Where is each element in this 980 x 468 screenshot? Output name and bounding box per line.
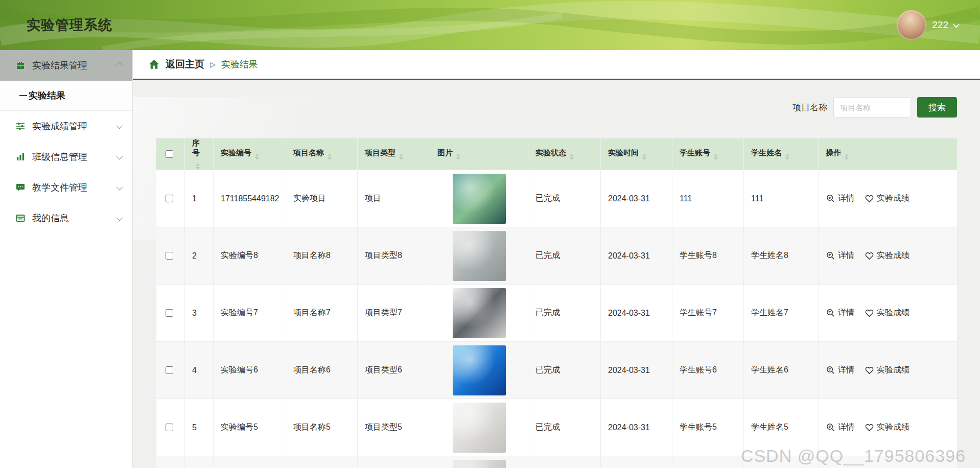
main-content: 返回主页 ▷ 实验结果 项目名称 搜索 序号 bbox=[133, 50, 980, 468]
chevron-down-icon bbox=[116, 183, 123, 190]
sort-icon[interactable] bbox=[845, 154, 849, 160]
col-header-date[interactable]: 实验时间 bbox=[601, 138, 672, 170]
sidebar-item-experiment-score-management[interactable]: 实验成绩管理 bbox=[0, 111, 132, 142]
detail-icon bbox=[826, 308, 835, 318]
sidebar-item-label: 班级信息管理 bbox=[32, 151, 116, 163]
cell-project-name: 项目名称5 bbox=[286, 399, 358, 456]
cell-student-account: 111 bbox=[672, 170, 744, 227]
cell-student-name: 111 bbox=[744, 170, 819, 227]
home-icon[interactable] bbox=[148, 59, 160, 71]
cell-actions: 详情 实验成绩 bbox=[819, 342, 958, 399]
row-checkbox[interactable] bbox=[166, 252, 173, 260]
cell-image bbox=[430, 399, 528, 456]
breadcrumb-separator: ▷ bbox=[210, 60, 216, 68]
col-header-status[interactable]: 实验状态 bbox=[528, 138, 601, 170]
sort-icon[interactable] bbox=[399, 154, 403, 160]
experiment-score-button[interactable]: 实验成绩 bbox=[865, 422, 909, 433]
row-checkbox[interactable] bbox=[166, 366, 173, 374]
sidebar-item-experiment-result-management[interactable]: 实验结果管理 bbox=[0, 50, 132, 81]
sort-icon[interactable] bbox=[785, 154, 789, 160]
col-header-exp-no[interactable]: 实验编号 bbox=[214, 138, 286, 170]
sidebar-item-class-info-management[interactable]: 班级信息管理 bbox=[0, 142, 132, 172]
table-row: 1 1711855449182 实验项目 项目 已完成 2024-03-31 1… bbox=[156, 170, 958, 227]
sort-icon[interactable] bbox=[255, 154, 259, 160]
chevron-down-icon bbox=[953, 21, 960, 28]
col-header-image[interactable]: 图片 bbox=[430, 138, 528, 170]
search-button[interactable]: 搜索 bbox=[917, 97, 957, 118]
cell-date: 2024-03-31 bbox=[601, 399, 672, 456]
cell-index: 1 bbox=[185, 170, 214, 227]
chevron-down-icon bbox=[116, 153, 123, 159]
sliders-icon bbox=[15, 121, 26, 131]
breadcrumb-current-link[interactable]: 实验结果 bbox=[221, 58, 258, 71]
col-header-project-type[interactable]: 项目类型 bbox=[358, 138, 430, 170]
col-header-student-name[interactable]: 学生姓名 bbox=[744, 138, 819, 170]
sidebar-item-my-info[interactable]: 我的信息 bbox=[0, 203, 132, 233]
row-checkbox[interactable] bbox=[166, 195, 173, 202]
user-menu[interactable]: 222 bbox=[897, 10, 959, 40]
sort-icon[interactable] bbox=[196, 163, 200, 170]
sort-icon[interactable] bbox=[328, 154, 332, 160]
app-title: 实验管理系统 bbox=[27, 16, 112, 34]
experiment-image bbox=[453, 460, 506, 468]
table-row: 5 实验编号5 项目名称5 项目类型5 已完成 2024-03-31 学生账号5… bbox=[156, 399, 958, 456]
cell-student-name: 学生姓名6 bbox=[744, 342, 819, 399]
sort-icon[interactable] bbox=[714, 154, 718, 160]
cell-exp-no: 实验编号6 bbox=[214, 342, 286, 399]
sort-icon[interactable] bbox=[570, 154, 574, 160]
col-header-student-account[interactable]: 学生账号 bbox=[672, 138, 744, 170]
cell-project-type: 项目类型6 bbox=[358, 342, 430, 399]
cell-exp-no bbox=[214, 456, 286, 468]
breadcrumb: 返回主页 ▷ 实验结果 bbox=[133, 50, 980, 80]
cell-date bbox=[601, 456, 672, 468]
detail-button[interactable]: 详情 bbox=[826, 193, 854, 204]
experiment-image bbox=[453, 345, 506, 395]
cell-image bbox=[430, 170, 528, 227]
cell-project-type: 项目 bbox=[358, 170, 430, 227]
breadcrumb-home-link[interactable]: 返回主页 bbox=[166, 58, 204, 71]
detail-button[interactable]: 详情 bbox=[826, 422, 854, 433]
heart-icon bbox=[865, 423, 874, 432]
row-checkbox[interactable] bbox=[166, 424, 173, 431]
cell-select bbox=[156, 285, 185, 342]
cell-actions: 详情 实验成绩 bbox=[819, 399, 958, 456]
cell-exp-no: 实验编号5 bbox=[214, 399, 286, 456]
detail-button[interactable]: 详情 bbox=[826, 308, 854, 318]
sidebar: 实验结果管理 实验结果 实验成绩管理 班级信息管理 bbox=[0, 50, 133, 468]
cell-student-account: 学生账号7 bbox=[672, 285, 744, 342]
content-area: 项目名称 搜索 序号 实验编号 项目名称 项目类型 bbox=[133, 97, 980, 468]
col-header-project-name[interactable]: 项目名称 bbox=[286, 138, 358, 170]
cell-project-type: 项目类型8 bbox=[358, 227, 430, 285]
experiment-image bbox=[453, 403, 506, 453]
experiment-score-button[interactable]: 实验成绩 bbox=[865, 250, 909, 261]
col-header-index[interactable]: 序号 bbox=[185, 138, 214, 170]
cell-select bbox=[156, 456, 185, 468]
project-name-input[interactable] bbox=[833, 97, 911, 118]
detail-button[interactable]: 详情 bbox=[826, 250, 854, 261]
detail-button[interactable]: 详情 bbox=[826, 365, 854, 376]
experiment-score-button[interactable]: 实验成绩 bbox=[865, 365, 909, 376]
avatar bbox=[897, 10, 926, 40]
cell-student-name: 学生姓名7 bbox=[744, 285, 819, 342]
sidebar-subitem-experiment-results[interactable]: 实验结果 bbox=[0, 81, 132, 110]
cell-student-account: 学生账号5 bbox=[672, 399, 744, 456]
table-row: 详情 实验成绩 bbox=[156, 456, 958, 468]
cell-status bbox=[528, 456, 601, 468]
cell-project-name: 实验项目 bbox=[286, 170, 358, 227]
experiment-score-button[interactable]: 实验成绩 bbox=[865, 308, 909, 318]
sort-icon[interactable] bbox=[456, 154, 460, 160]
sidebar-subitem-label: 实验结果 bbox=[29, 89, 65, 102]
results-table: 序号 实验编号 项目名称 项目类型 图片 实验状态 实验时间 学生账号 学生姓名… bbox=[156, 138, 958, 468]
heart-icon bbox=[865, 251, 874, 261]
sidebar-item-teaching-file-management[interactable]: 教学文件管理 bbox=[0, 172, 132, 203]
select-all-checkbox[interactable] bbox=[166, 150, 173, 158]
cell-status: 已完成 bbox=[528, 227, 601, 285]
cell-index: 2 bbox=[185, 227, 214, 285]
experiment-image bbox=[453, 288, 506, 338]
experiment-score-button[interactable]: 实验成绩 bbox=[865, 193, 909, 204]
row-checkbox[interactable] bbox=[166, 309, 173, 317]
cell-student-name: 学生姓名5 bbox=[744, 399, 819, 456]
cell-index: 5 bbox=[185, 399, 214, 456]
sort-icon[interactable] bbox=[642, 154, 646, 160]
cell-select bbox=[156, 227, 185, 285]
